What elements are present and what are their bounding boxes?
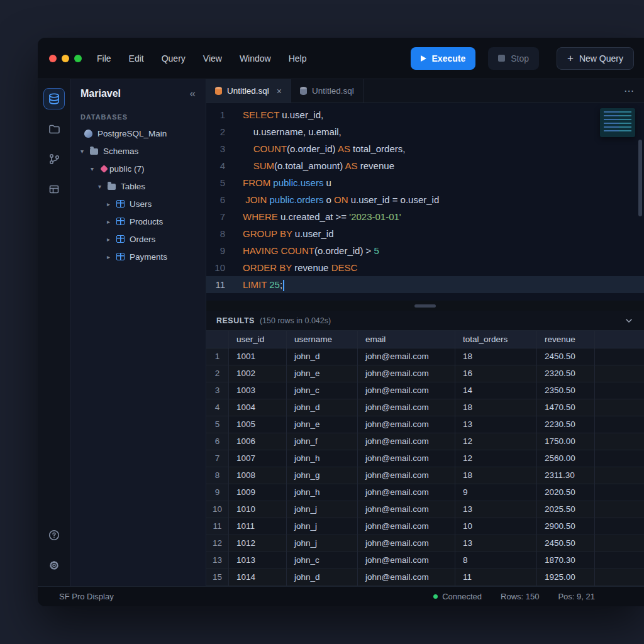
tree-item-public-7[interactable]: ▾public (7) (70, 160, 206, 177)
menu-help[interactable]: Help (289, 53, 307, 64)
row-number: 7 (206, 450, 229, 467)
tree-item-postgresql-main[interactable]: PostgreSQL_Main (70, 125, 206, 142)
more-options-icon[interactable] (614, 79, 644, 103)
cell-total_orders: 10 (455, 518, 537, 535)
editor-line[interactable]: 4 SUM(o.total_amount) AS revenue (206, 157, 644, 174)
close-icon[interactable] (277, 86, 282, 96)
tree-item-tables[interactable]: ▾Tables (70, 177, 206, 195)
tree-item-orders[interactable]: ▸Orders (70, 230, 206, 248)
editor-tab[interactable]: Untitled.sql (291, 79, 364, 103)
result-row[interactable]: 51005john_ejohn@email.com132230.50 (206, 416, 644, 433)
cell-filler (595, 518, 644, 535)
cell-email: john@email.com (358, 552, 455, 569)
editor-line[interactable]: 9HAVING COUNT(o.order_id) > 5 (206, 242, 644, 259)
column-header-username[interactable]: username (287, 331, 358, 348)
results-header[interactable]: RESULTS (150 rows in 0.042s) (206, 311, 644, 331)
rail-files-button[interactable] (43, 118, 65, 140)
chevron-down-icon[interactable] (624, 316, 634, 326)
table-icon (116, 200, 125, 208)
panel-resize-handle[interactable] (414, 304, 436, 308)
execute-button[interactable]: Execute (411, 47, 476, 70)
cell-email: john@email.com (358, 399, 455, 416)
menu-bar: FileEditQueryViewWindowHelp (97, 53, 307, 64)
main-panel: Untitled.sqlUntitled.sql 1SELECT u.user_… (206, 79, 644, 586)
chevron-right-icon[interactable]: ▸ (107, 236, 116, 243)
editor-line[interactable]: 1SELECT u.user_id, (206, 106, 644, 123)
cell-revenue: 2560.00 (537, 450, 595, 467)
cell-revenue: 2020.50 (537, 484, 595, 501)
cell-user_id: 1003 (229, 382, 287, 399)
window-body: Mariavel DATABASES PostgreSQL_Main▾Schem… (38, 79, 644, 586)
editor-line[interactable]: 6 JOIN public.orders o ON u.user_id = o.… (206, 191, 644, 208)
menu-window[interactable]: Window (240, 53, 271, 64)
chevron-right-icon[interactable]: ▸ (107, 253, 116, 260)
result-row[interactable]: 131013john_cjohn@email.com81870.30 (206, 552, 644, 569)
result-row[interactable]: 11001john_djohn@email.com182450.50 (206, 348, 644, 365)
table-icon (116, 218, 125, 225)
column-header-total_orders[interactable]: total_orders (455, 331, 537, 348)
editor-tab[interactable]: Untitled.sql (206, 79, 291, 103)
cell-username: john_d (287, 399, 358, 416)
rail-databases-button[interactable] (43, 88, 65, 109)
rail-settings-button[interactable] (43, 555, 65, 576)
cell-total_orders: 18 (455, 467, 537, 484)
rail-help-button[interactable] (43, 525, 65, 546)
menu-query[interactable]: Query (162, 53, 186, 64)
menu-view[interactable]: View (203, 53, 222, 64)
line-number: 10 (206, 259, 235, 276)
result-row[interactable]: 101010john_jjohn@email.com132025.50 (206, 501, 644, 518)
cell-email: john@email.com (358, 348, 455, 365)
new-query-button[interactable]: New Query (557, 47, 634, 70)
editor-line[interactable]: 5FROM public.users u (206, 174, 644, 191)
zoom-window-button[interactable] (74, 55, 82, 62)
result-row[interactable]: 31003john_cjohn@email.com142350.50 (206, 382, 644, 399)
editor-line[interactable]: 8GROUP BY u.user_id (206, 225, 644, 242)
cell-user_id: 1006 (229, 433, 287, 450)
result-row[interactable]: 71007john_hjohn@email.com122560.00 (206, 450, 644, 467)
result-row[interactable]: 111011john_jjohn@email.com102900.50 (206, 518, 644, 535)
line-number: 11 (206, 276, 235, 293)
rail-branch-button[interactable] (43, 148, 65, 170)
result-row[interactable]: 41004john_djohn@email.com181470.50 (206, 399, 644, 416)
tree-item-products[interactable]: ▸Products (70, 213, 206, 230)
chevron-right-icon[interactable]: ▸ (107, 201, 116, 208)
editor-scrollbar-thumb[interactable] (638, 140, 642, 216)
editor-line[interactable]: 3 COUNT(o.order_id) AS total_orders, (206, 140, 644, 157)
cell-email: john@email.com (358, 467, 455, 484)
tree-label: Tables (121, 182, 145, 191)
chevron-down-icon[interactable]: ▾ (80, 148, 90, 155)
chevron-right-icon[interactable]: ▸ (107, 218, 116, 225)
cell-revenue: 2025.50 (537, 501, 595, 518)
stop-button[interactable]: Stop (488, 47, 539, 70)
result-row[interactable]: 151014john_djohn@email.com111925.00 (206, 569, 644, 586)
rail-export-button[interactable] (43, 179, 65, 200)
result-row[interactable]: 61006john_fjohn@email.com121750.00 (206, 433, 644, 450)
cell-revenue: 1750.00 (537, 433, 595, 450)
collapse-sidebar-icon[interactable] (190, 87, 196, 100)
chevron-down-icon[interactable]: ▾ (91, 165, 100, 172)
close-window-button[interactable] (49, 55, 57, 62)
rows-count: Rows: 150 (501, 592, 539, 601)
editor-line[interactable]: 7WHERE u.created_at >= '2023-01-01' (206, 208, 644, 225)
database-icon (300, 87, 307, 95)
column-header-user_id[interactable]: user_id (229, 331, 287, 348)
status-bar: SF Pro Display Connected Rows: 150 Pos: … (38, 586, 644, 606)
tree-item-users[interactable]: ▸Users (70, 195, 206, 213)
minimap[interactable] (600, 108, 635, 137)
minimize-window-button[interactable] (62, 55, 69, 62)
tree-item-schemas[interactable]: ▾Schemas (70, 142, 206, 160)
column-header-email[interactable]: email (358, 331, 455, 348)
menu-edit[interactable]: Edit (129, 53, 144, 64)
result-row[interactable]: 81008john_gjohn@email.com182311.30 (206, 467, 644, 484)
result-row[interactable]: 21002john_ejohn@email.com162320.50 (206, 365, 644, 382)
result-row[interactable]: 121012john_jjohn@email.com132450.50 (206, 535, 644, 552)
editor-line[interactable]: 11LIMIT 25; (206, 276, 644, 293)
menu-file[interactable]: File (97, 53, 111, 64)
column-header-revenue[interactable]: revenue (537, 331, 595, 348)
editor-line[interactable]: 2 u.username, u.email, (206, 123, 644, 140)
chevron-down-icon[interactable]: ▾ (98, 183, 108, 190)
editor-line[interactable]: 10ORDER BY revenue DESC (206, 259, 644, 276)
tree-item-payments[interactable]: ▸Payments (70, 248, 206, 265)
result-row[interactable]: 91009john_hjohn@email.com92020.50 (206, 484, 644, 501)
cell-total_orders: 13 (455, 535, 537, 552)
